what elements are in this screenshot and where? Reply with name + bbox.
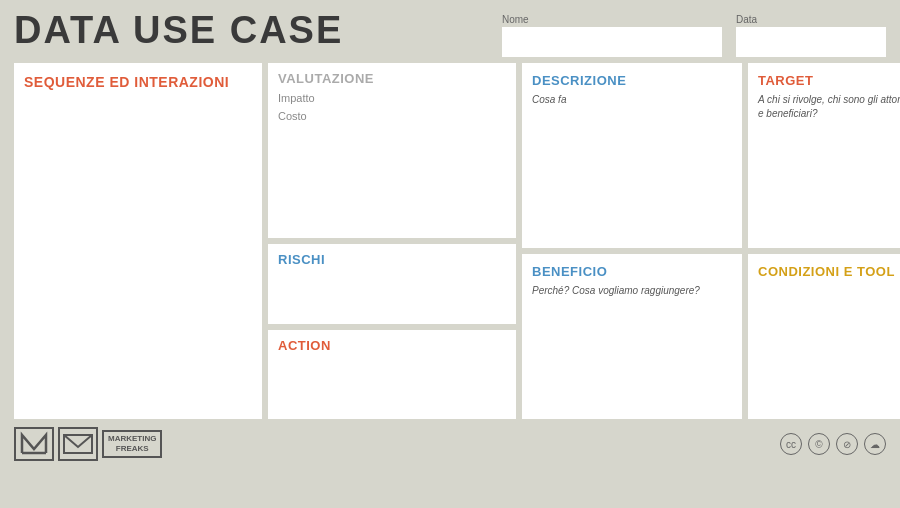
action-section: ACTION — [268, 330, 516, 419]
header-fields: Nome Data — [502, 10, 886, 57]
descrizione-title: DESCRIZIONE — [532, 73, 732, 88]
rischi-title: RISCHI — [278, 252, 506, 267]
descrizione-subtitle: Cosa fa — [532, 93, 732, 107]
valutazione-section: VALUTAZIONE Impatto Costo — [268, 63, 516, 238]
page-title: DATA USE CASE — [14, 10, 343, 52]
footer: MARKETING FREAKS cc © ⊘ ☁ — [0, 423, 900, 465]
valutazione-costo: Costo — [278, 110, 506, 122]
condizioni-title: CONDIZIONI E TOOL — [758, 264, 900, 279]
header: DATA USE CASE Nome Data — [0, 0, 900, 63]
sequenze-cell: SEQUENZE ED INTERAZIONI — [14, 63, 262, 419]
sequenze-title: SEQUENZE ED INTERAZIONI — [24, 73, 252, 91]
beneficio-subtitle: Perché? Cosa vogliamo raggiungere? — [532, 284, 732, 298]
condizioni-cell: CONDIZIONI E TOOL — [748, 254, 900, 419]
nome-label: Nome — [502, 14, 722, 25]
logo-text-box — [58, 427, 98, 461]
beneficio-cell: BENEFICIO Perché? Cosa vogliamo raggiung… — [522, 254, 742, 419]
logo-svg — [18, 431, 50, 457]
target-cell: TARGET A chi si rivolge, chi sono gli at… — [748, 63, 900, 248]
cc-icon: cc — [780, 433, 802, 455]
logo-envelope-svg — [62, 431, 94, 457]
footer-icons: cc © ⊘ ☁ — [780, 433, 886, 455]
logo-icon-box — [14, 427, 54, 461]
main-grid: DESCRIZIONE Cosa fa TARGET A chi si rivo… — [0, 63, 900, 423]
valutazione-title: VALUTAZIONE — [278, 71, 506, 86]
right-column: VALUTAZIONE Impatto Costo RISCHI ACTION — [268, 63, 516, 419]
nome-input[interactable] — [502, 27, 722, 57]
nome-field-group: Nome — [502, 14, 722, 57]
logo-area: MARKETING FREAKS — [14, 427, 162, 461]
target-subtitle: A chi si rivolge, chi sono gli attori e … — [758, 93, 900, 121]
descrizione-cell: DESCRIZIONE Cosa fa — [522, 63, 742, 248]
share-icon: ☁ — [864, 433, 886, 455]
rischi-section: RISCHI — [268, 244, 516, 324]
logo-text: MARKETING FREAKS — [102, 430, 162, 459]
nc-icon: ⊘ — [836, 433, 858, 455]
valutazione-impatto: Impatto — [278, 92, 506, 104]
data-field-group: Data — [736, 14, 886, 57]
action-title: ACTION — [278, 338, 506, 353]
target-title: TARGET — [758, 73, 900, 88]
data-input[interactable] — [736, 27, 886, 57]
copyright-icon: © — [808, 433, 830, 455]
beneficio-title: BENEFICIO — [532, 264, 732, 279]
data-label: Data — [736, 14, 886, 25]
